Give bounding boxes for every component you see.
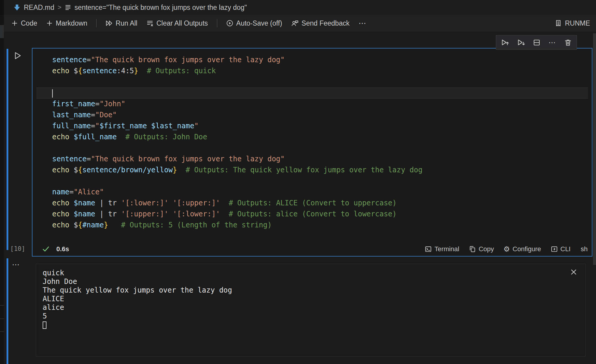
code-cell[interactable]: sentence="The quick brown fox jumps over… [32,48,592,257]
output-more-actions[interactable]: ⋯ [12,260,20,269]
code-line: sentence="The quick brown fox jumps over… [32,54,592,65]
text-cursor [52,89,53,98]
person-feedback-icon [291,20,299,27]
activity-rail [0,0,4,364]
output-line: quick [43,269,232,277]
code-line: echo ${#name} # Outputs: 5 (Length of th… [32,220,592,231]
rail-indicator [0,25,4,38]
cli-lightning-icon [551,246,558,253]
code-line [32,76,592,88]
breadcrumb: READ.md > sentence="The quick brown fox … [4,0,596,15]
success-check-icon [42,245,50,253]
code-line: echo $full_name # Outputs: John Doe [32,132,592,143]
code-line: echo $name | tr '[:upper:]' '[:lower:]' … [32,209,592,220]
execute-above-icon[interactable] [501,38,509,46]
output-line: ALICE [43,295,232,303]
cell-hover-toolbar: ⋯ [496,35,577,50]
runme-status-button[interactable]: RUNME [555,19,590,27]
code-line: echo $name | tr '[:lower:]' '[:upper:]' … [32,198,592,209]
clear-all-outputs-button[interactable]: Clear All Outputs [146,19,208,27]
send-feedback-button[interactable]: Send Feedback [291,19,350,27]
code-line: sentence="The quick brown fox jumps over… [32,154,592,165]
rail-separator [0,318,4,319]
cli-label: CLI [561,245,571,253]
notebook-toolbar: Code Markdown Run All [4,15,596,32]
toolbar-divider [96,19,97,27]
code-line: echo ${sentence:4:5} # Outputs: quick [32,65,592,76]
output-focus-bar[interactable] [7,258,8,364]
clear-all-outputs-label: Clear All Outputs [156,19,208,27]
terminal-button[interactable]: Terminal [425,245,459,253]
copy-button[interactable]: Copy [469,245,494,253]
cli-button[interactable]: CLI [551,245,571,253]
copy-icon [469,246,476,253]
breadcrumb-file[interactable]: READ.md [24,4,54,12]
output-line: John Doe [43,277,232,286]
code-editor[interactable]: sentence="The quick brown fox jumps over… [32,54,592,231]
cell-focus-bar[interactable] [7,49,8,250]
send-feedback-label: Send Feedback [302,19,350,27]
breadcrumb-cell-label[interactable]: sentence="The quick brown fox jumps over… [74,4,247,12]
double-play-icon [105,20,113,27]
breadcrumb-separator: > [58,4,61,11]
code-line [32,176,592,187]
ellipsis-icon: ⋯ [358,19,367,28]
close-output-icon[interactable] [570,268,578,276]
configure-button[interactable]: ⚙ Configure [504,245,541,253]
code-line: last_name="Doe" [32,110,592,121]
output-cursor-line [43,321,232,329]
cell-language-picker[interactable]: sh [581,245,588,253]
run-all-label: Run All [116,19,137,27]
terminal-icon [425,246,432,253]
configure-label: Configure [513,245,541,253]
split-cell-icon[interactable] [533,39,541,46]
copy-label: Copy [479,245,494,253]
runme-label: RUNME [565,19,590,27]
output-line: alice [43,303,232,312]
code-line [36,88,588,99]
toolbar-divider [217,19,217,27]
output-terminal[interactable]: quickJohn DoeThe quick yellow fox jumps … [43,269,232,329]
markdown-file-icon [13,4,21,11]
code-line: echo ${sentence/brown/yellow} # Outputs:… [32,165,592,176]
plus-icon [11,20,18,26]
add-markdown-button[interactable]: Markdown [46,19,87,27]
runme-document-icon [555,20,562,27]
execution-order-label: [10] [10,245,25,252]
rail-separator [0,331,4,332]
auto-save-label: Auto-Save (off) [236,19,282,27]
execute-below-icon[interactable] [517,38,525,46]
add-code-label: Code [21,19,37,27]
execution-duration: 0.6s [56,245,69,253]
plus-icon [46,20,53,26]
run-cell-button[interactable] [13,51,22,60]
gear-icon: ⚙ [504,245,510,253]
code-line: first_name="John" [32,99,592,110]
output-line: 5 [43,312,232,321]
circled-play-icon [226,20,233,27]
list-lines-icon [65,4,71,11]
code-line [32,143,592,154]
rail-separator [0,305,4,306]
scrollbar[interactable] [593,33,596,265]
add-markdown-label: Markdown [56,19,87,27]
run-all-button[interactable]: Run All [105,19,137,27]
code-line: name="Alice" [32,187,592,198]
output-line: The quick yellow fox jumps over the lazy… [43,286,232,295]
cell-output: quickJohn DoeThe quick yellow fox jumps … [36,264,586,357]
toolbar-more-button[interactable]: ⋯ [358,19,367,28]
corner-block [0,0,4,15]
cell-status-bar: 0.6s Terminal [32,242,592,256]
clear-all-icon [146,20,153,27]
terminal-block-cursor [43,321,46,329]
delete-cell-icon[interactable] [564,39,572,46]
add-code-button[interactable]: Code [11,19,37,27]
code-line: full_name="$first_name $last_name" [32,121,592,132]
cell-more-actions[interactable]: ⋯ [549,38,556,47]
auto-save-toggle[interactable]: Auto-Save (off) [226,19,282,27]
terminal-label: Terminal [434,245,459,253]
